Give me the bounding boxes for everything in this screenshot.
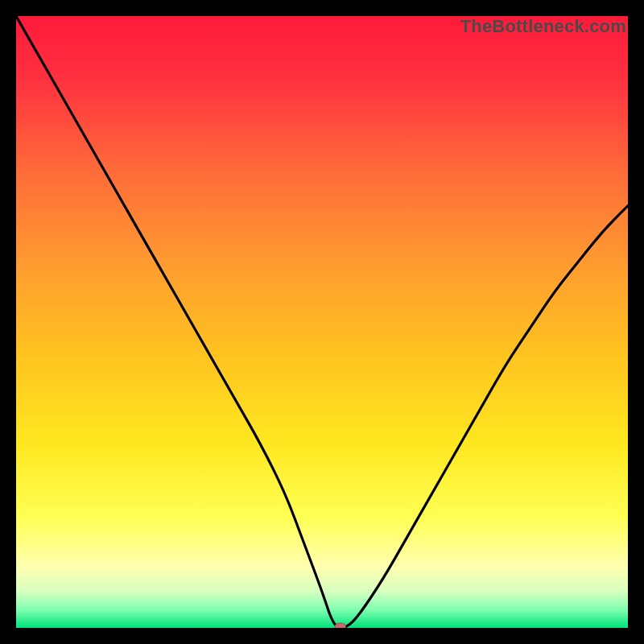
current-point-marker — [335, 623, 346, 628]
chart-frame: TheBottleneck.com — [16, 16, 628, 628]
chart-svg — [16, 16, 628, 628]
background-gradient — [16, 16, 628, 628]
watermark-text: TheBottleneck.com — [460, 16, 626, 37]
plot-area — [16, 16, 628, 628]
